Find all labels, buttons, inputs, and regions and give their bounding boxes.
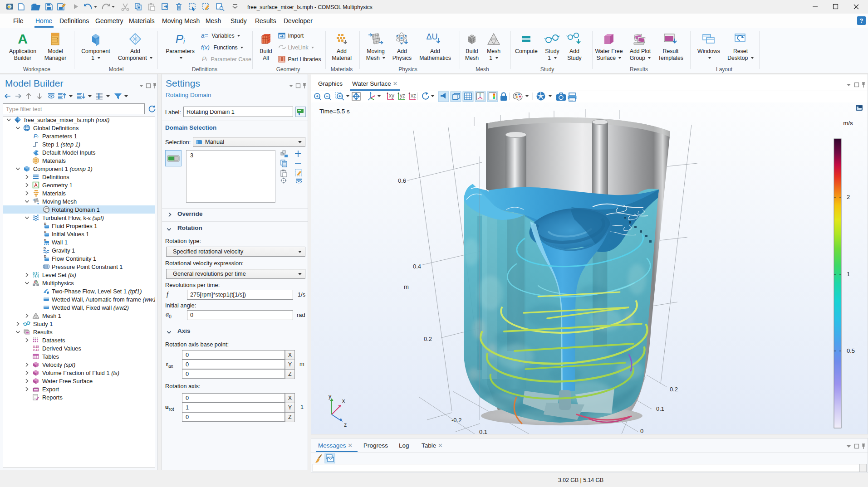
svg-text:Time=5.5 s: Time=5.5 s	[319, 108, 350, 115]
svg-text:Pi: Pi	[202, 56, 207, 62]
svg-text:-0.2: -0.2	[451, 417, 461, 424]
svg-text:1: 1	[847, 271, 850, 278]
svg-text:A: A	[18, 32, 28, 46]
svg-text:0.2: 0.2	[424, 336, 432, 342]
svg-text:m/s: m/s	[843, 120, 853, 127]
svg-text:e-12: e-12	[33, 348, 39, 351]
svg-text:Pi: Pi	[176, 32, 185, 46]
svg-text:8.85: 8.85	[33, 345, 39, 348]
svg-text:0.4: 0.4	[413, 263, 421, 270]
svg-text:0.5: 0.5	[847, 347, 855, 354]
svg-text:0.6: 0.6	[398, 177, 406, 184]
svg-text:0: 0	[640, 428, 643, 434]
svg-text:xy: xy	[389, 93, 394, 99]
svg-text:D: D	[44, 247, 46, 250]
svg-text:z: z	[344, 422, 347, 428]
svg-text:Pi: Pi	[34, 133, 39, 140]
svg-text:0.1: 0.1	[479, 429, 487, 434]
svg-text:y: y	[329, 393, 332, 399]
svg-text:0.1: 0.1	[656, 405, 664, 412]
svg-text:ΔU: ΔU	[426, 32, 437, 41]
svg-text:D: D	[44, 255, 46, 258]
svg-text:xz: xz	[411, 93, 416, 99]
svg-text:m: m	[404, 283, 409, 290]
svg-text:f(x): f(x)	[201, 44, 210, 50]
svg-text:0.2: 0.2	[670, 386, 678, 393]
svg-text:a=: a=	[201, 32, 208, 39]
svg-text:2: 2	[847, 194, 850, 200]
svg-text:x: x	[342, 398, 345, 404]
svg-text:yz: yz	[400, 93, 405, 99]
svg-text:D: D	[44, 222, 46, 225]
svg-text:D: D	[44, 230, 46, 234]
